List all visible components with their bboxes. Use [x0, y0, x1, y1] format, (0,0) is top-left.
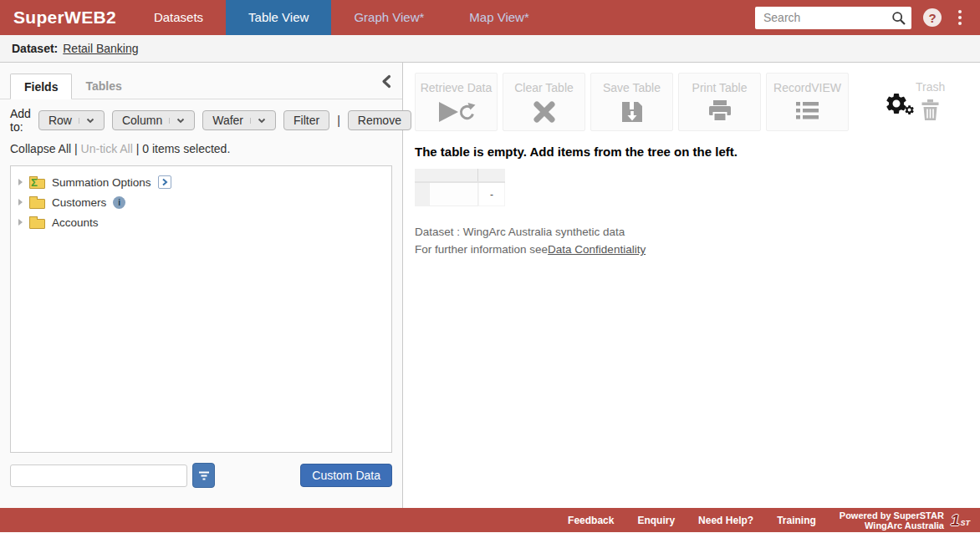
tree-filter-row: Custom Data	[10, 463, 392, 488]
dataset-name-link[interactable]: Retail Banking	[63, 42, 138, 55]
folder-icon	[29, 219, 45, 229]
table-header-cell	[478, 169, 505, 181]
tree-item-label[interactable]: Summation Options	[52, 176, 151, 189]
play-refresh-icon	[437, 100, 476, 126]
chevron-down-icon	[79, 118, 94, 124]
chevron-down-icon	[250, 118, 266, 124]
dataset-info-block: Dataset : WingArc Australia synthetic da…	[415, 223, 980, 258]
tree-item-label[interactable]: Customers	[52, 196, 106, 209]
table-header-row	[415, 169, 505, 183]
tree-filter-input[interactable]	[10, 464, 187, 487]
clear-x-icon	[533, 100, 556, 126]
footer-bar: Feedback Enquiry Need Help? Training Pow…	[0, 508, 980, 532]
powered-by-text: Powered by SuperSTAR WingArc Australia	[840, 510, 944, 530]
printer-icon	[707, 100, 732, 125]
tree-item-customers[interactable]: Customers i	[11, 192, 391, 212]
add-to-row-button[interactable]: Row	[38, 110, 105, 130]
app-logo: SuperWEB2	[0, 0, 131, 35]
expander-icon[interactable]	[18, 199, 23, 206]
dataset-label: Dataset:	[12, 42, 58, 55]
nav-item-graph-view[interactable]: Graph View*	[331, 0, 447, 35]
tree-item-accounts[interactable]: Accounts	[11, 212, 391, 232]
collapse-all-link[interactable]: Collapse All	[10, 142, 71, 155]
nav-item-table-view[interactable]: Table View	[226, 0, 331, 35]
summation-folder-icon: Σ	[29, 179, 45, 189]
link-separator: |	[74, 142, 81, 155]
add-to-label: Add to:	[10, 107, 31, 134]
button-separator: |	[337, 114, 340, 127]
tree-item-summation-options[interactable]: Σ Summation Options	[11, 172, 391, 192]
empty-table: -	[415, 169, 505, 206]
nav-item-datasets[interactable]: Datasets	[131, 0, 226, 35]
add-to-column-button[interactable]: Column	[112, 110, 195, 130]
add-to-wafer-button[interactable]: Wafer	[202, 110, 276, 130]
table-toolbar: Retrieve Data Clear Table	[415, 73, 980, 131]
search-box	[755, 7, 911, 29]
chevron-down-icon	[169, 118, 185, 124]
trash-button[interactable]: Trash	[916, 73, 945, 124]
search-input[interactable]	[755, 7, 911, 29]
collapse-panel-icon[interactable]	[380, 74, 392, 92]
nav-item-map-view[interactable]: Map View*	[447, 0, 551, 35]
expander-icon[interactable]	[18, 179, 23, 185]
sigma-icon: Σ	[31, 177, 38, 188]
folder-icon	[29, 199, 45, 209]
tab-fields[interactable]: Fields	[10, 74, 72, 99]
print-table-button[interactable]: Print Table	[678, 73, 761, 131]
navbar-right-group: ?	[755, 0, 980, 35]
remove-button[interactable]: Remove	[348, 110, 411, 130]
sidebar-tabs: Fields Tables	[0, 63, 402, 99]
table-options-button[interactable]	[884, 91, 916, 119]
save-icon	[620, 100, 644, 126]
clear-table-button[interactable]: Clear Table	[503, 73, 585, 131]
dataset-bar: Dataset: Retail Banking	[0, 35, 980, 63]
table-cell	[429, 183, 478, 206]
content-area: Fields Tables Add to: Row Column	[0, 63, 980, 508]
recordview-button[interactable]: RecordVIEW	[766, 73, 849, 131]
retrieve-data-button[interactable]: Retrieve Data	[415, 73, 498, 131]
selection-status: 0 items selected.	[142, 142, 230, 155]
tab-tables[interactable]: Tables	[72, 74, 135, 99]
confidentiality-line: For further information seeData Confiden…	[415, 241, 980, 258]
help-icon[interactable]: ?	[923, 8, 942, 27]
tree-item-label[interactable]: Accounts	[52, 216, 99, 229]
field-sidebar: Fields Tables Add to: Row Column	[0, 63, 403, 508]
footer-link-need-help[interactable]: Need Help?	[698, 515, 753, 526]
tree-filter-button[interactable]	[192, 463, 215, 488]
footer-link-training[interactable]: Training	[777, 515, 816, 526]
custom-data-button[interactable]: Custom Data	[300, 464, 392, 487]
empty-table-message: The table is empty. Add items from the t…	[415, 145, 980, 159]
footer-link-feedback[interactable]: Feedback	[568, 515, 614, 526]
dataset-info-line: Dataset : WingArc Australia synthetic da…	[415, 223, 980, 241]
table-value-cell: -	[478, 183, 505, 206]
gear-icon	[884, 91, 916, 116]
overflow-menu-icon[interactable]	[953, 7, 967, 28]
table-header-cell	[415, 169, 478, 181]
untick-all-link[interactable]: Un-tick All	[81, 142, 133, 155]
table-row-stub	[415, 183, 429, 206]
funnel-icon	[198, 470, 210, 481]
search-icon[interactable]	[891, 11, 906, 26]
tree-actions-row: Collapse All | Un-tick All | 0 items sel…	[0, 140, 402, 160]
chevron-right-icon[interactable]	[158, 175, 171, 189]
record-list-icon	[796, 100, 819, 124]
info-icon[interactable]: i	[113, 196, 125, 209]
add-to-row: Add to: Row Column Wafer Filter |	[0, 99, 402, 140]
trash-icon	[921, 99, 940, 124]
save-table-button[interactable]: Save Table	[590, 73, 673, 131]
top-navbar: SuperWEB2 Datasets Table View Graph View…	[0, 0, 980, 35]
add-to-filter-button[interactable]: Filter	[283, 110, 329, 130]
footer-link-enquiry[interactable]: Enquiry	[637, 515, 675, 526]
table-view-panel: Retrieve Data Clear Table	[403, 63, 980, 508]
data-confidentiality-link[interactable]: Data Confidentiality	[548, 243, 646, 256]
table-body-row: -	[415, 183, 505, 206]
superstar-1st-logo-icon: 1ST	[951, 511, 970, 530]
field-tree: Σ Summation Options Customers i Accounts	[10, 165, 392, 453]
expander-icon[interactable]	[18, 219, 23, 226]
